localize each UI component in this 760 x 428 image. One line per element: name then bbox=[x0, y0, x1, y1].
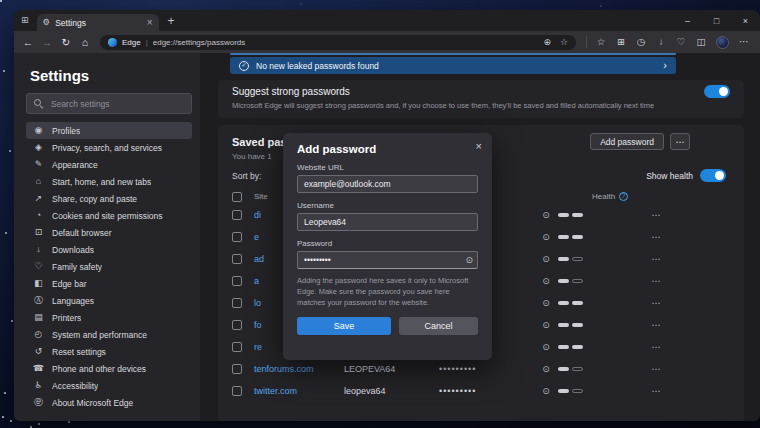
row-checkbox[interactable] bbox=[232, 342, 242, 352]
settings-menu-icon[interactable]: ⋯ bbox=[735, 37, 753, 47]
sidebar-item-default-browser[interactable]: ⊡Default browser bbox=[26, 224, 192, 241]
languages-icon: Ⓐ bbox=[33, 296, 44, 305]
sidebar-item-privacy-search-and-services[interactable]: ◈Privacy, search, and services bbox=[26, 139, 192, 156]
new-tab-button[interactable]: + bbox=[168, 15, 175, 27]
favorites-star-icon[interactable]: ☆ bbox=[592, 37, 610, 47]
show-password-eye-icon[interactable]: ⊙ bbox=[534, 387, 558, 396]
sidebar-item-languages[interactable]: ⒶLanguages bbox=[26, 292, 192, 309]
row-checkbox[interactable] bbox=[232, 386, 242, 396]
row-checkbox[interactable] bbox=[232, 254, 242, 264]
browser-essentials-icon[interactable]: ♡ bbox=[672, 37, 690, 47]
suggest-passwords-toggle[interactable] bbox=[704, 85, 730, 98]
row-checkbox[interactable] bbox=[232, 232, 242, 242]
reveal-password-eye-icon[interactable]: ⊙ bbox=[465, 256, 473, 265]
sidebar-item-system-and-performance[interactable]: ◴System and performance bbox=[26, 326, 192, 343]
health-pill bbox=[558, 301, 569, 305]
sidebar-item-appearance[interactable]: ✎Appearance bbox=[26, 156, 192, 173]
collections-icon[interactable]: ⊞ bbox=[612, 37, 630, 47]
add-password-button[interactable]: Add password bbox=[590, 133, 664, 150]
back-button[interactable]: ← bbox=[19, 37, 37, 48]
health-pill bbox=[572, 301, 583, 305]
forward-button[interactable]: → bbox=[38, 37, 56, 48]
site-link[interactable]: tenforums.com bbox=[254, 364, 344, 374]
address-bar[interactable]: Edge | edge://settings/passwords ⊕☆ bbox=[100, 35, 576, 50]
row-checkbox[interactable] bbox=[232, 364, 242, 374]
sidebar-item-start-home-and-new-tabs[interactable]: ⌂Start, home, and new tabs bbox=[26, 173, 192, 190]
health-indicator bbox=[558, 323, 646, 327]
show-health-toggle[interactable] bbox=[700, 169, 726, 182]
username-cell: LEOPEVA64 bbox=[344, 364, 439, 374]
sidebar-item-accessibility[interactable]: ♿Accessibility bbox=[26, 377, 192, 394]
health-indicator bbox=[558, 345, 646, 349]
shield-check-icon: ✓ bbox=[239, 61, 249, 71]
sidebar-item-share-copy-and-paste[interactable]: ↗Share, copy and paste bbox=[26, 190, 192, 207]
downloads-icon[interactable]: ↓ bbox=[652, 37, 670, 47]
chevron-right-icon[interactable]: › bbox=[663, 60, 667, 71]
row-more-button[interactable]: ⋯ bbox=[646, 387, 666, 396]
sidebar-item-family-safety[interactable]: ♡Family safety bbox=[26, 258, 192, 275]
banner-text: No new leaked passwords found bbox=[256, 61, 656, 71]
sidebar-item-reset-settings[interactable]: ↺Reset settings bbox=[26, 343, 192, 360]
sidebar-item-downloads[interactable]: ↓Downloads bbox=[26, 241, 192, 258]
about-icon: ⓔ bbox=[33, 398, 44, 407]
row-more-button[interactable]: ⋯ bbox=[646, 343, 666, 352]
row-more-button[interactable]: ⋯ bbox=[646, 255, 666, 264]
sidebar-item-label: Accessibility bbox=[52, 381, 98, 391]
minimize-button[interactable]: – bbox=[673, 10, 702, 31]
search-input[interactable] bbox=[49, 98, 184, 110]
row-more-button[interactable]: ⋯ bbox=[646, 277, 666, 286]
show-password-eye-icon[interactable]: ⊙ bbox=[534, 299, 558, 308]
show-password-eye-icon[interactable]: ⊙ bbox=[534, 343, 558, 352]
sidebar-item-phone-and-other-devices[interactable]: ☎Phone and other devices bbox=[26, 360, 192, 377]
history-icon[interactable]: ◷ bbox=[632, 37, 650, 47]
suggest-description: Microsoft Edge will suggest strong passw… bbox=[232, 101, 730, 110]
sidebar-search[interactable] bbox=[26, 93, 192, 114]
split-screen-icon[interactable]: ◫ bbox=[692, 37, 710, 47]
row-checkbox[interactable] bbox=[232, 210, 242, 220]
help-icon[interactable]: ? bbox=[619, 192, 628, 201]
show-password-eye-icon[interactable]: ⊙ bbox=[534, 365, 558, 374]
show-password-eye-icon[interactable]: ⊙ bbox=[534, 233, 558, 242]
close-window-button[interactable]: × bbox=[731, 10, 760, 31]
tab-actions-icon[interactable]: ⊞ bbox=[21, 16, 29, 25]
profile-avatar[interactable] bbox=[716, 36, 729, 49]
zoom-in-icon[interactable]: ⊕ bbox=[543, 38, 551, 47]
maximize-button[interactable]: □ bbox=[702, 10, 731, 31]
sidebar-item-label: Reset settings bbox=[52, 347, 106, 357]
cancel-button[interactable]: Cancel bbox=[399, 317, 478, 335]
row-more-button[interactable]: ⋯ bbox=[646, 365, 666, 374]
select-all-checkbox[interactable] bbox=[232, 192, 242, 202]
share-icon: ↗ bbox=[33, 194, 44, 203]
saved-passwords-more-button[interactable]: ⋯ bbox=[670, 133, 690, 150]
row-more-button[interactable]: ⋯ bbox=[646, 321, 666, 330]
sidebar-item-cookies-and-site-permissions[interactable]: ◔Cookies and site permissions bbox=[26, 207, 192, 224]
show-password-eye-icon[interactable]: ⊙ bbox=[534, 255, 558, 264]
edge-bar-icon: ◧ bbox=[33, 279, 44, 288]
sidebar-item-label: Edge bar bbox=[52, 279, 87, 289]
row-more-button[interactable]: ⋯ bbox=[646, 233, 666, 242]
refresh-button[interactable]: ↻ bbox=[57, 37, 75, 48]
tab-settings[interactable]: ⚙ Settings × bbox=[37, 14, 159, 31]
row-checkbox[interactable] bbox=[232, 298, 242, 308]
row-more-button[interactable]: ⋯ bbox=[646, 299, 666, 308]
show-password-eye-icon[interactable]: ⊙ bbox=[534, 277, 558, 286]
sidebar-item-profiles[interactable]: ◉Profiles bbox=[26, 122, 192, 139]
dialog-close-icon[interactable]: × bbox=[476, 141, 482, 152]
row-checkbox[interactable] bbox=[232, 320, 242, 330]
leaked-passwords-banner[interactable]: ✓ No new leaked passwords found › bbox=[230, 57, 676, 74]
row-checkbox[interactable] bbox=[232, 276, 242, 286]
tab-close-icon[interactable]: × bbox=[147, 18, 153, 28]
show-password-eye-icon[interactable]: ⊙ bbox=[534, 211, 558, 220]
favorites-add-icon[interactable]: ☆ bbox=[560, 38, 568, 47]
show-password-eye-icon[interactable]: ⊙ bbox=[534, 321, 558, 330]
site-link[interactable]: twitter.com bbox=[254, 386, 344, 396]
save-button[interactable]: Save bbox=[297, 317, 391, 335]
password-field[interactable] bbox=[297, 251, 478, 269]
sidebar-item-edge-bar[interactable]: ◧Edge bar bbox=[26, 275, 192, 292]
username-field[interactable] bbox=[297, 213, 478, 231]
website-url-field[interactable] bbox=[297, 175, 478, 193]
home-button[interactable]: ⌂ bbox=[76, 37, 94, 48]
sidebar-item-printers[interactable]: ▤Printers bbox=[26, 309, 192, 326]
row-more-button[interactable]: ⋯ bbox=[646, 211, 666, 220]
sidebar-item-about-microsoft-edge[interactable]: ⓔAbout Microsoft Edge bbox=[26, 394, 192, 411]
